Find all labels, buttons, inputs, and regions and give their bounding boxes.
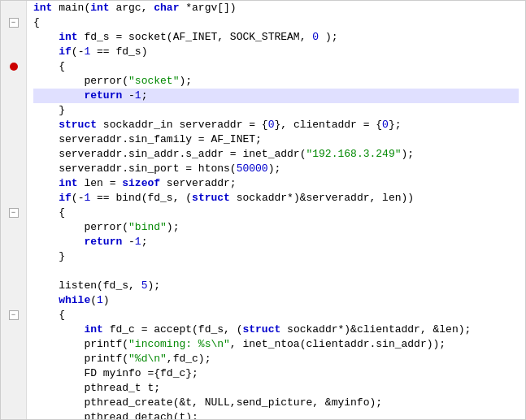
gutter-marks: − <box>1 1 27 419</box>
code-line-25: printf("%d\n",fd_c); <box>33 352 519 366</box>
fold-arrow-2[interactable]: − <box>9 18 19 28</box>
gutter-mark-19 <box>1 264 27 279</box>
code-line-13: int len = sizeof serveraddr; <box>33 176 519 191</box>
gutter-mark-6 <box>1 74 27 89</box>
code-line-11: serveraddr.sin_addr.s_addr = inet_addr("… <box>33 147 519 162</box>
code-line-1: int main(int argc, char *argv[]) <box>33 1 519 15</box>
gutter-mark-7 <box>1 89 27 103</box>
gutter-mark-28 <box>1 396 27 410</box>
gutter-mark-23 <box>1 323 27 337</box>
gutter-mark-2[interactable]: − <box>1 15 27 30</box>
fold-arrow-22[interactable]: − <box>9 310 19 320</box>
code-line-8: } <box>33 103 519 118</box>
gutter-mark-22[interactable]: − <box>1 308 27 323</box>
gutter-mark-16 <box>1 220 27 235</box>
code-line-16: perror("bind"); <box>33 220 519 235</box>
code-line-3: int fd_s = socket(AF_INET, SOCK_STREAM, … <box>33 30 519 45</box>
code-area: − <box>1 1 525 419</box>
code-editor: − <box>0 0 526 420</box>
gutter-mark-1 <box>1 1 27 15</box>
gutter-mark-21 <box>1 293 27 308</box>
fold-arrow-15[interactable]: − <box>9 208 19 218</box>
code-line-17: return -1; <box>33 235 519 249</box>
code-line-28: pthread_create(&t, NULL,send_picture, &m… <box>33 396 519 410</box>
gutter-mark-8 <box>1 103 27 118</box>
gutter-mark-14 <box>1 191 27 206</box>
code-line-26: FD myinfo ={fd_c}; <box>33 366 519 381</box>
code-line-19 <box>33 264 519 279</box>
gutter-mark-25 <box>1 352 27 366</box>
kw-int-1: int <box>33 1 52 15</box>
gutter: − <box>1 1 27 419</box>
code-line-5: { <box>33 59 519 74</box>
code-line-4: if(-1 == fd_s) <box>33 45 519 59</box>
code-line-7: return -1; <box>33 89 519 103</box>
code-line-20: listen(fd_s, 5); <box>33 279 519 293</box>
gutter-mark-27 <box>1 381 27 396</box>
code-line-24: printf("incoming: %s\n", inet_ntoa(clien… <box>33 337 519 352</box>
gutter-mark-5[interactable] <box>1 59 27 74</box>
gutter-mark-12 <box>1 162 27 176</box>
code-line-15: { <box>33 206 519 220</box>
code-line-21: while(1) <box>33 293 519 308</box>
code-line-12: serveraddr.sin_port = htons(50000); <box>33 162 519 176</box>
gutter-mark-24 <box>1 337 27 352</box>
gutter-mark-3 <box>1 30 27 45</box>
code-line-29: pthread_detach(t); <box>33 410 519 419</box>
code-line-18: } <box>33 249 519 264</box>
breakpoint-5 <box>10 63 18 71</box>
gutter-mark-15[interactable]: − <box>1 206 27 220</box>
gutter-mark-11 <box>1 147 27 162</box>
code-line-23: int fd_c = accept(fd_s, (struct sockaddr… <box>33 323 519 337</box>
gutter-mark-9 <box>1 118 27 132</box>
gutter-mark-10 <box>1 132 27 147</box>
code-lines[interactable]: int main(int argc, char *argv[]) { int f… <box>27 1 525 419</box>
code-line-6: perror("socket"); <box>33 74 519 89</box>
gutter-mark-26 <box>1 366 27 381</box>
gutter-mark-20 <box>1 279 27 293</box>
code-line-22: { <box>33 308 519 323</box>
code-line-9: struct sockaddr_in serveraddr = {0}, cli… <box>33 118 519 132</box>
code-line-2: { <box>33 15 519 30</box>
code-line-10: serveraddr.sin_family = AF_INET; <box>33 132 519 147</box>
gutter-mark-17 <box>1 235 27 249</box>
gutter-mark-13 <box>1 176 27 191</box>
gutter-mark-4 <box>1 45 27 59</box>
gutter-mark-29 <box>1 410 27 419</box>
code-line-14: if(-1 == bind(fd_s, (struct sockaddr*)&s… <box>33 191 519 206</box>
gutter-mark-18 <box>1 249 27 264</box>
code-line-27: pthread_t t; <box>33 381 519 396</box>
